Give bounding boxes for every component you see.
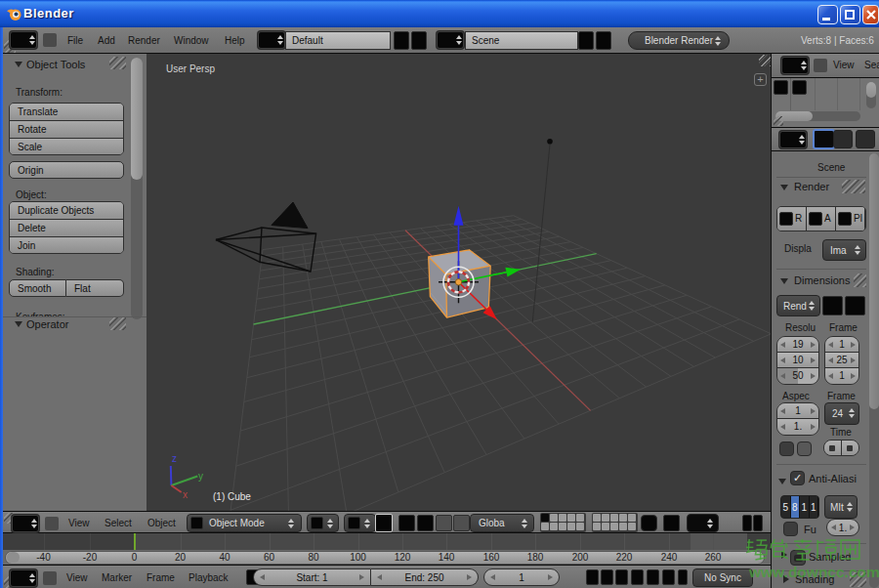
svg-text:y: y xyxy=(198,471,203,482)
svg-text:z: z xyxy=(172,453,177,464)
svg-text:x: x xyxy=(183,489,188,500)
